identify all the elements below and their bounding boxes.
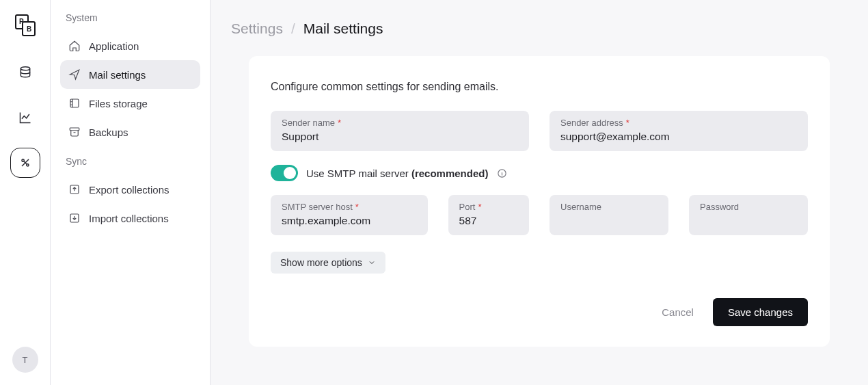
sidebar-item-label: Application	[89, 40, 139, 52]
logo-icon[interactable]: P B	[12, 12, 38, 38]
export-icon	[68, 183, 81, 196]
sidebar-item-label: Backups	[89, 127, 128, 138]
sender-address-field[interactable]: Sender address *	[550, 111, 808, 151]
smtp-toggle-row: Use SMTP mail server (recommended)	[271, 165, 808, 181]
show-more-label: Show more options	[280, 257, 362, 268]
show-more-button[interactable]: Show more options	[271, 252, 385, 274]
rail-nav	[10, 57, 40, 178]
field-label: SMTP server host	[282, 202, 353, 212]
password-field[interactable]: Password	[689, 195, 808, 235]
smtp-toggle-label: Use SMTP mail server (recommended)	[306, 168, 488, 179]
main-content: Settings / Mail settings Configure commo…	[211, 0, 868, 385]
breadcrumb: Settings / Mail settings	[231, 21, 847, 37]
required-icon: *	[478, 202, 481, 212]
breadcrumb-current: Mail settings	[303, 21, 383, 37]
port-input[interactable]	[459, 215, 518, 227]
svg-rect-7	[70, 99, 79, 107]
password-input[interactable]	[700, 215, 797, 227]
sidebar-item-label: Export collections	[89, 184, 169, 196]
info-icon[interactable]	[496, 168, 507, 178]
breadcrumb-root[interactable]: Settings	[231, 21, 283, 37]
rail-item-stats[interactable]	[10, 103, 40, 133]
home-icon	[68, 40, 81, 52]
svg-point-6	[26, 164, 28, 166]
field-label: Password	[700, 202, 739, 212]
sidebar-item-backups[interactable]: Backups	[60, 118, 200, 146]
sender-address-input[interactable]	[560, 131, 797, 143]
sidebar: System Application Mail settings Files s…	[51, 0, 211, 385]
smtp-host-field[interactable]: SMTP server host *	[271, 195, 428, 235]
breadcrumb-separator: /	[291, 21, 295, 37]
cancel-button[interactable]: Cancel	[662, 306, 694, 318]
username-field[interactable]: Username	[550, 195, 668, 235]
required-icon: *	[338, 118, 341, 128]
sidebar-item-application[interactable]: Application	[60, 31, 200, 60]
card-description: Configure common settings for sending em…	[271, 81, 808, 93]
field-label: Sender address	[560, 118, 623, 128]
sidebar-group-system: System	[60, 12, 200, 31]
smtp-host-input[interactable]	[282, 215, 417, 227]
sidebar-group-sync: Sync	[60, 146, 200, 175]
archive-icon	[68, 126, 81, 138]
svg-point-5	[22, 159, 24, 161]
smtp-toggle[interactable]	[271, 165, 298, 181]
chevron-down-icon	[368, 258, 376, 267]
required-icon: *	[626, 118, 629, 128]
send-icon	[68, 68, 81, 81]
rail-item-database[interactable]	[10, 57, 40, 88]
sidebar-item-mail-settings[interactable]: Mail settings	[60, 60, 200, 89]
save-button[interactable]: Save changes	[713, 298, 808, 326]
avatar[interactable]: T	[12, 347, 38, 373]
sidebar-item-label: Mail settings	[89, 69, 146, 81]
field-label: Port	[459, 202, 476, 212]
rail-item-settings[interactable]	[10, 148, 40, 178]
settings-card: Configure common settings for sending em…	[249, 56, 830, 347]
svg-point-4	[21, 67, 29, 70]
svg-rect-8	[70, 128, 79, 131]
sidebar-item-import[interactable]: Import collections	[60, 204, 200, 233]
port-field[interactable]: Port *	[448, 195, 529, 235]
svg-text:P: P	[19, 18, 24, 25]
sender-name-field[interactable]: Sender name *	[271, 111, 529, 151]
sidebar-item-files-storage[interactable]: Files storage	[60, 89, 200, 118]
sidebar-item-label: Import collections	[89, 213, 169, 224]
import-icon	[68, 212, 81, 224]
form-actions: Cancel Save changes	[271, 298, 808, 326]
storage-icon	[68, 97, 81, 109]
field-label: Sender name	[282, 118, 335, 128]
sender-name-input[interactable]	[282, 131, 518, 143]
svg-text:B: B	[27, 25, 31, 33]
icon-rail: P B T	[0, 0, 51, 385]
sidebar-item-label: Files storage	[89, 98, 148, 109]
avatar-initial: T	[23, 355, 28, 365]
required-icon: *	[355, 202, 359, 212]
username-input[interactable]	[560, 215, 657, 227]
field-label: Username	[560, 202, 601, 212]
sidebar-item-export[interactable]: Export collections	[60, 175, 200, 204]
